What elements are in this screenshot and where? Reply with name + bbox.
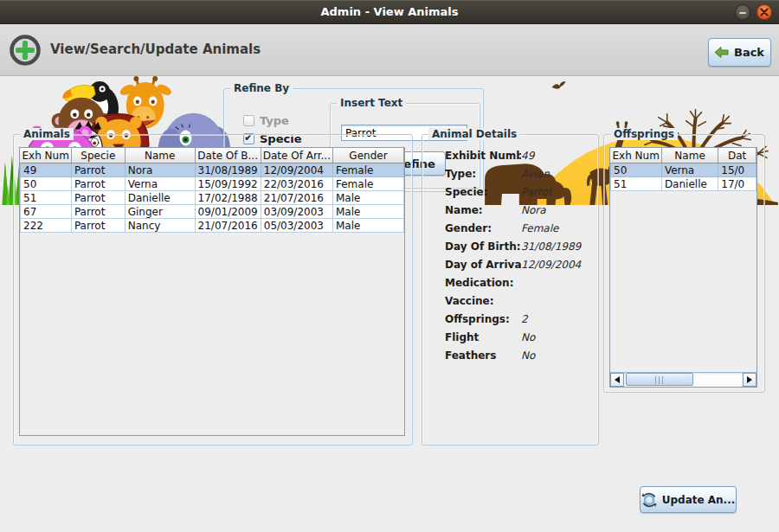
detail-row: Vaccine:	[445, 295, 592, 306]
back-arrow-icon	[715, 47, 729, 58]
table-cell: 51	[21, 191, 72, 205]
detail-label: Name:	[445, 204, 521, 216]
triangle-left-icon	[611, 376, 620, 383]
scrollbar-left-button[interactable]	[610, 373, 624, 387]
detail-label: Day of Arrival:	[445, 259, 521, 271]
detail-row: Name:Nora	[445, 204, 592, 215]
table-row[interactable]: 50Verna15/0	[611, 163, 756, 177]
minimize-button[interactable]	[735, 4, 750, 20]
table-cell: Male	[332, 191, 403, 205]
detail-value: Avian	[521, 168, 550, 180]
back-button-label: Back	[734, 46, 764, 59]
table-cell: 15/0	[718, 163, 756, 177]
detail-label: Flight	[445, 331, 521, 343]
detail-label: Feathers	[445, 349, 521, 362]
column-header[interactable]: Date Of Arr...	[261, 148, 332, 163]
column-header[interactable]: Name	[661, 148, 718, 163]
page-title: View/Search/Update Animals	[50, 24, 261, 75]
table-header-row: Exh NumNameDat	[611, 148, 756, 163]
table-row[interactable]: 222ParrotNancy21/07/201605/03/2003Male	[21, 219, 404, 233]
table-cell: Parrot	[71, 219, 125, 233]
animals-scrollpane[interactable]: Exh NumSpecieNameDate Of B...Date Of Arr…	[19, 147, 405, 436]
column-header[interactable]: Dat	[718, 148, 756, 163]
column-header[interactable]: Exh Num	[611, 148, 662, 163]
table-cell: Parrot	[71, 163, 125, 177]
table-cell: 67	[21, 205, 72, 219]
detail-row: Type:Avian	[445, 168, 592, 179]
detail-row: Offsprings:2	[445, 313, 592, 324]
table-row[interactable]: 67ParrotGinger09/01/200903/09/2003Male	[21, 205, 404, 219]
table-cell: 03/09/2003	[261, 205, 332, 219]
table-header-row: Exh NumSpecieNameDate Of B...Date Of Arr…	[21, 148, 404, 163]
table-cell: 15/09/1992	[195, 177, 261, 191]
table-row[interactable]: 49ParrotNora31/08/198912/09/2004Female	[21, 163, 404, 177]
triangle-right-icon	[747, 376, 756, 383]
close-button[interactable]	[756, 4, 772, 20]
animals-panel: Animals Exh NumSpecieNameDate Of B...Dat…	[13, 134, 413, 445]
back-button[interactable]: Back	[708, 38, 771, 67]
table-cell: 222	[21, 219, 72, 233]
column-header[interactable]: Exh Num	[21, 148, 72, 163]
detail-row: FeathersNo	[445, 349, 592, 361]
offsprings-panel: Offsprings Exh NumNameDat50Verna15/051Da…	[603, 134, 765, 393]
table-cell: 50	[611, 163, 662, 177]
table-cell: 17/02/1988	[195, 191, 261, 205]
scrollbar-right-button[interactable]	[743, 373, 756, 387]
detail-row: Exhibit Number:49	[445, 150, 592, 161]
detail-value: Parrot	[521, 186, 552, 198]
detail-label: Specie:	[445, 186, 521, 198]
detail-value: 31/08/1989	[521, 240, 581, 253]
detail-value: No	[521, 349, 535, 362]
checkbox-label: Type	[260, 114, 289, 127]
checkbox-row-type[interactable]: Type	[243, 115, 305, 126]
table-cell: 49	[21, 163, 72, 177]
column-header[interactable]: Gender	[332, 148, 403, 163]
table-cell: Danielle	[125, 191, 195, 205]
table-row[interactable]: 51ParrotDanielle17/02/198821/07/2016Male	[21, 191, 404, 205]
offsprings-panel-title: Offsprings	[610, 128, 678, 140]
detail-row: Medication:	[445, 277, 592, 288]
detail-label: Medication:	[445, 277, 521, 289]
detail-row: Gender:Female	[445, 222, 592, 234]
titlebar[interactable]: Admin - View Animals	[0, 0, 779, 24]
checkbox-type[interactable]	[243, 115, 254, 126]
table-cell: Verna	[125, 177, 195, 191]
insert-text-title: Insert Text	[337, 97, 406, 109]
horizontal-scrollbar[interactable]	[610, 372, 756, 387]
update-animal-button[interactable]: Update An...	[640, 486, 737, 513]
detail-value: 2	[521, 313, 528, 325]
table-cell: Male	[332, 219, 403, 233]
app-window: Admin - View Animals View/Search/Update …	[0, 0, 779, 532]
detail-label: Offsprings:	[445, 313, 521, 325]
detail-label: Type:	[445, 168, 521, 180]
table-cell: 17/0	[718, 177, 756, 191]
table-cell: Verna	[661, 163, 718, 177]
table-cell: Nora	[125, 163, 195, 177]
plus-icon	[9, 34, 42, 70]
table-row[interactable]: 50ParrotVerna15/09/199222/03/2016Female	[21, 177, 404, 191]
column-header[interactable]: Name	[125, 148, 195, 163]
offsprings-table: Exh NumNameDat50Verna15/051Danielle17/0	[610, 148, 756, 191]
offsprings-scrollpane[interactable]: Exh NumNameDat50Verna15/051Danielle17/0	[609, 147, 757, 388]
minimize-icon	[739, 12, 746, 14]
refine-by-title: Refine By	[230, 82, 293, 94]
table-cell: 12/09/2004	[261, 163, 332, 177]
table-cell: 22/03/2016	[261, 177, 332, 191]
detail-label: Day Of Birth:	[445, 240, 521, 253]
column-header[interactable]: Date Of B...	[195, 148, 261, 163]
table-cell: Parrot	[71, 191, 125, 205]
table-row[interactable]: 51Danielle17/0	[611, 177, 756, 191]
table-cell: 31/08/1989	[195, 163, 261, 177]
table-cell: 05/03/2003	[261, 219, 332, 233]
update-button-label: Update An...	[662, 494, 736, 506]
scrollbar-thumb[interactable]	[626, 373, 693, 386]
table-cell: 51	[611, 177, 662, 191]
detail-label: Gender:	[445, 222, 521, 234]
column-header[interactable]: Specie	[71, 148, 125, 163]
window-title: Admin - View Animals	[0, 0, 779, 23]
animal-details-title: Animal Details	[428, 128, 520, 140]
table-cell: Parrot	[71, 177, 125, 191]
table-cell: 09/01/2009	[195, 205, 261, 219]
detail-value: 49	[521, 150, 534, 162]
scrollbar-track[interactable]	[624, 373, 743, 387]
